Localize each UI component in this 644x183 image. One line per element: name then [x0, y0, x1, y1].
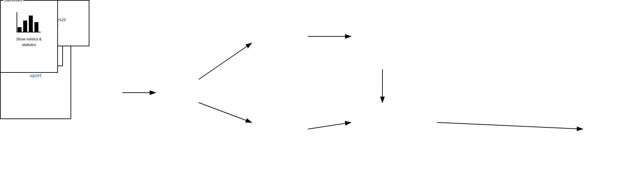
- diagram: User visitsdPanc web app Authenticate vi…: [0, 0, 644, 183]
- show-metrics-label: Show metrics &statistics: [1, 36, 57, 47]
- svg-line-8: [308, 122, 351, 129]
- svg-rect-32: [18, 27, 22, 32]
- dashboard-label: Dashboard: [3, 0, 23, 2]
- svg-line-4: [199, 43, 252, 79]
- svg-line-9: [437, 122, 583, 129]
- svg-rect-35: [34, 22, 38, 32]
- svg-rect-34: [29, 16, 33, 32]
- svg-line-5: [199, 103, 252, 122]
- uport-text: uport: [30, 73, 42, 78]
- svg-rect-33: [23, 21, 27, 32]
- chart-icon: [16, 11, 42, 34]
- dashboard-box: Dashboard Show metrics &statistics: [0, 0, 58, 73]
